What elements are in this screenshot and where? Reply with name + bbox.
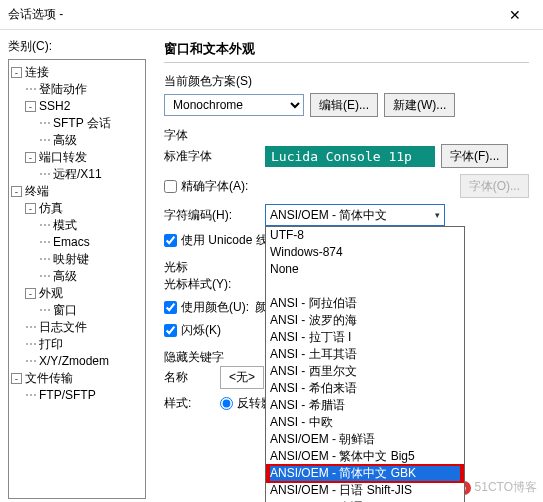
font-button-2: 字体(O)...: [460, 174, 529, 198]
tree-node[interactable]: ⋯Emacs: [11, 234, 143, 251]
tree-node[interactable]: -仿真: [11, 200, 143, 217]
category-label: 类别(C):: [8, 38, 146, 55]
watermark: b 51CTO博客: [457, 479, 537, 496]
dropdown-option[interactable]: ANSI/OEM - 繁体中文 Big5: [266, 448, 464, 465]
tree-node[interactable]: -终端: [11, 183, 143, 200]
tree-node[interactable]: ⋯模式: [11, 217, 143, 234]
close-button[interactable]: ✕: [495, 0, 535, 30]
scheme-label: 当前颜色方案(S): [164, 73, 529, 90]
dropdown-option[interactable]: ANSI - 希伯来语: [266, 380, 464, 397]
tree-node[interactable]: ⋯高级: [11, 268, 143, 285]
precise-font-checkbox[interactable]: [164, 180, 177, 193]
dropdown-option[interactable]: ANSI - 阿拉伯语: [266, 295, 464, 312]
name-label: 名称: [164, 369, 214, 386]
encoding-select[interactable]: ANSI/OEM - 简体中文 ▾: [265, 204, 445, 226]
scheme-select[interactable]: Monochrome: [164, 94, 304, 116]
dropdown-option[interactable]: ANSI - 希腊语: [266, 397, 464, 414]
panel-heading: 窗口和文本外观: [164, 40, 529, 63]
dropdown-option[interactable]: ANSI/OEM - 简体中文 GBK: [266, 465, 464, 482]
edit-button[interactable]: 编辑(E)...: [310, 93, 378, 117]
tree-node[interactable]: -外观: [11, 285, 143, 302]
use-color-label: 使用颜色(U):: [181, 299, 249, 316]
dropdown-option[interactable]: ANSI - 中欧: [266, 414, 464, 431]
font-button[interactable]: 字体(F)...: [441, 144, 508, 168]
dropdown-option[interactable]: Windows-874: [266, 244, 464, 261]
dropdown-option[interactable]: ANSI - 拉丁语 I: [266, 329, 464, 346]
reverse-radio[interactable]: [220, 397, 233, 410]
tree-node[interactable]: ⋯窗口: [11, 302, 143, 319]
std-font-label: 标准字体: [164, 148, 259, 165]
precise-font-label: 精确字体(A):: [181, 178, 248, 195]
tree-node[interactable]: ⋯SFTP 会话: [11, 115, 143, 132]
tree-node[interactable]: ⋯映射键: [11, 251, 143, 268]
tree-node[interactable]: ⋯X/Y/Zmodem: [11, 353, 143, 370]
tree-node[interactable]: ⋯高级: [11, 132, 143, 149]
cursor-style-label: 光标样式(Y):: [164, 276, 259, 293]
dropdown-option[interactable]: ANSI - 波罗的海: [266, 312, 464, 329]
dropdown-option[interactable]: [266, 278, 464, 295]
tree-node[interactable]: -文件传输: [11, 370, 143, 387]
new-button[interactable]: 新建(W)...: [384, 93, 455, 117]
unicode-lines-checkbox[interactable]: [164, 234, 177, 247]
tree-node[interactable]: ⋯远程/X11: [11, 166, 143, 183]
tree-node[interactable]: ⋯FTP/SFTP: [11, 387, 143, 404]
fonts-section-label: 字体: [164, 127, 529, 144]
encoding-dropdown-list[interactable]: UTF-8Windows-874None ANSI - 阿拉伯语ANSI - 波…: [265, 226, 465, 502]
tree-node[interactable]: -连接: [11, 64, 143, 81]
tree-node[interactable]: -端口转发: [11, 149, 143, 166]
font-display: Lucida Console 11p: [265, 146, 435, 167]
category-tree[interactable]: -连接⋯登陆动作-SSH2⋯SFTP 会话⋯高级-端口转发⋯远程/X11-终端-…: [8, 59, 146, 499]
dropdown-option[interactable]: UTF-8: [266, 227, 464, 244]
name-value[interactable]: <无>: [220, 366, 264, 389]
dropdown-option[interactable]: ANSI/OEM - 日语 Shift-JIS: [266, 482, 464, 499]
window-title: 会话选项 -: [8, 6, 495, 23]
dropdown-option[interactable]: ANSI - 土耳其语: [266, 346, 464, 363]
blink-checkbox[interactable]: [164, 324, 177, 337]
tree-node[interactable]: ⋯登陆动作: [11, 81, 143, 98]
encoding-label: 字符编码(H):: [164, 207, 259, 224]
blink-label: 闪烁(K): [181, 322, 221, 339]
tree-node[interactable]: -SSH2: [11, 98, 143, 115]
dropdown-option[interactable]: ANSI - 西里尔文: [266, 363, 464, 380]
chevron-down-icon: ▾: [435, 210, 440, 220]
tree-node[interactable]: ⋯日志文件: [11, 319, 143, 336]
tree-node[interactable]: ⋯打印: [11, 336, 143, 353]
dropdown-option[interactable]: ANSI/OEM - 朝鲜语: [266, 431, 464, 448]
dropdown-option[interactable]: None: [266, 261, 464, 278]
use-color-checkbox[interactable]: [164, 301, 177, 314]
style-label: 样式:: [164, 395, 214, 412]
